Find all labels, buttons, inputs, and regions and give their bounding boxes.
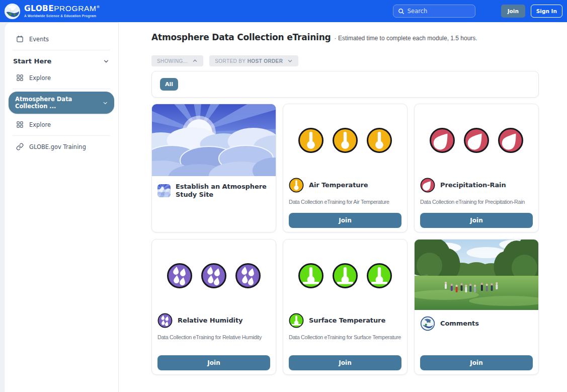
sidebar-item-label: Events [29, 36, 49, 43]
card-description: Data Collection eTraining for Precipitat… [420, 198, 533, 206]
sort-dropdown[interactable]: SORTED BY HOST ORDER [209, 55, 298, 66]
chevron-up-icon [192, 58, 198, 63]
sidebar-item-atmosphere-data-collection-selected[interactable]: Atmosphere Data Collection ... [9, 92, 114, 114]
course-card-relative-humidity[interactable]: Relative Humidity Data Collection eTrain… [151, 239, 276, 375]
card-title: Relative Humidity [178, 317, 242, 325]
surface-thermometer-icon [366, 263, 392, 289]
divider [13, 50, 110, 50]
sun-clouds-illustration [152, 104, 276, 176]
join-button[interactable]: Join [420, 213, 533, 228]
sidebar-item-explore-atmosphere[interactable]: Explore [5, 115, 118, 134]
brand-title: GLOBEPROGRAM® [24, 5, 100, 13]
globe-logo-icon [4, 3, 21, 20]
sidebar-item-label: Explore [29, 74, 51, 82]
divider [13, 135, 110, 136]
humidity-drops-icon [157, 313, 173, 328]
surface-thermometer-icon [298, 263, 324, 289]
raindrop-icon [498, 127, 524, 153]
card-thumb-sky-icon [157, 184, 171, 197]
humidity-drops-icon [167, 263, 193, 289]
join-button[interactable]: Join [157, 355, 270, 370]
section-label: Start Here [13, 57, 51, 65]
sidebar-section-start-here[interactable]: Start Here [5, 52, 118, 68]
humidity-drops-icon [201, 263, 227, 289]
content-layout: Events Start Here Explore Atmosphere Dat… [0, 22, 567, 392]
course-card-surface-temperature[interactable]: Surface Temperature Data Collection eTra… [283, 239, 408, 375]
thermometer-icon [332, 127, 358, 153]
join-button[interactable]: Join [420, 355, 533, 370]
sorted-by-text: SORTED BY HOST ORDER [215, 58, 283, 64]
course-card-precipitation-rain[interactable]: Precipitation-Rain Data Collection eTrai… [414, 104, 539, 232]
join-button[interactable]: Join [289, 355, 401, 370]
filter-chip-all[interactable]: All [160, 78, 178, 91]
card-title: Comments [440, 320, 479, 328]
humidity-drops-icon [235, 263, 261, 289]
showing-label: SHOWING... [157, 58, 188, 64]
raindrop-icon [429, 127, 455, 153]
card-title: Air Temperature [309, 181, 368, 189]
navbar-signin-button[interactable]: Sign In [531, 5, 562, 18]
chevron-down-icon [103, 58, 109, 64]
module-icons-row [420, 127, 533, 153]
raindrop-icon [463, 127, 490, 153]
thermometer-icon [289, 178, 304, 193]
sidebar-item-label: Explore [29, 121, 51, 128]
grid-icon [16, 121, 24, 128]
chevron-down-icon [287, 58, 293, 63]
card-title: Precipitation-Rain [440, 181, 506, 189]
surface-thermometer-icon [289, 313, 304, 328]
link-icon [16, 143, 24, 150]
course-card-establish-atmosphere-study-site[interactable]: Establish an Atmosphere Study Site [151, 104, 276, 232]
module-icons-row [289, 263, 401, 289]
showing-dropdown[interactable]: SHOWING... [151, 55, 203, 66]
thermometer-icon [298, 127, 324, 153]
sidebar-item-globe-gov-training[interactable]: GLOBE.gov Training [5, 137, 118, 156]
showing-filter-panel: All [151, 71, 539, 98]
surface-thermometer-icon [332, 263, 358, 289]
card-description: Data Collection eTraining for Relative H… [157, 333, 270, 341]
group-in-field-photo [415, 240, 538, 310]
card-description: Data Collection eTraining for Air Temper… [289, 198, 401, 206]
join-button[interactable]: Join [289, 213, 401, 228]
search-icon [398, 8, 404, 15]
course-card-comments[interactable]: Comments Join [414, 239, 539, 375]
raindrop-icon [420, 178, 435, 193]
page-title: Atmosphere Data Collection eTraining [151, 32, 331, 42]
card-title: Surface Temperature [309, 317, 385, 325]
sidebar-item-label: GLOBE.gov Training [29, 143, 86, 150]
search-input[interactable] [408, 8, 470, 15]
chevron-down-icon [103, 100, 108, 106]
main-content: Atmosphere Data Collection eTraining · E… [119, 22, 567, 392]
thermometer-icon [366, 127, 392, 153]
sidebar-item-events[interactable]: Events [5, 30, 118, 48]
module-icons-row [157, 263, 270, 289]
card-title: Establish an Atmosphere Study Site [176, 183, 270, 199]
grid-icon [16, 74, 24, 82]
course-card-air-temperature[interactable]: Air Temperature Data Collection eTrainin… [283, 104, 408, 232]
module-icons-row [289, 127, 401, 153]
card-description: Data Collection eTraining for Surface Te… [289, 333, 401, 341]
page-header: Atmosphere Data Collection eTraining · E… [151, 32, 567, 42]
calendar-icon [16, 35, 24, 43]
top-navbar: GLOBEPROGRAM® A Worldwide Science & Educ… [0, 0, 567, 22]
globe-program-logo[interactable]: GLOBEPROGRAM® A Worldwide Science & Educ… [4, 3, 100, 20]
sidebar-item-explore-start-here[interactable]: Explore [5, 68, 118, 87]
page-subtitle: · Estimated time to complete each module… [335, 35, 477, 42]
card-cover-group-photo [415, 240, 538, 310]
globe-emblem-icon [420, 316, 435, 331]
navbar-join-button[interactable]: Join [501, 5, 525, 18]
card-cover-sky-illustration [152, 104, 276, 176]
filter-bar: SHOWING... SORTED BY HOST ORDER [151, 55, 567, 66]
brand-tagline: A Worldwide Science & Education Program [24, 14, 100, 18]
brand-text: GLOBEPROGRAM® A Worldwide Science & Educ… [24, 5, 100, 17]
search-bar[interactable] [393, 5, 475, 18]
selected-course-label: Atmosphere Data Collection ... [15, 96, 103, 110]
course-card-grid: Establish an Atmosphere Study Site Air T… [151, 104, 539, 375]
divider [13, 89, 110, 89]
sidebar: Events Start Here Explore Atmosphere Dat… [4, 22, 119, 392]
